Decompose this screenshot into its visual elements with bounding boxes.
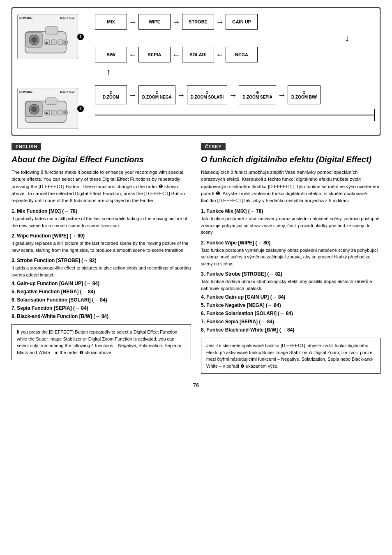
czech-func-1-heading: 1. Funkce Mix [MIX] (→ 78) [201, 208, 380, 214]
english-func-8-heading: 8. Black-and-White Function [B/W] (→ 84) [12, 313, 191, 319]
svg-rect-8 [58, 40, 63, 45]
deffect-label-top: D.EFFECT [60, 16, 76, 20]
arrow-solari-sepia: ← [172, 51, 180, 59]
czech-section-title: O funkcích digitálního efektu (Digital E… [201, 154, 380, 165]
arrow-wipe-strobe: → [172, 18, 180, 26]
svg-rect-7 [51, 40, 56, 45]
flow-box-dzoom: ⊙ D.ZOOM [95, 85, 127, 104]
czech-func-8-heading: 8. Funkce Black-and-White [B/W] (→ 84) [201, 327, 380, 333]
badge-2: 2 [77, 105, 84, 112]
svg-text:▶: ▶ [46, 111, 48, 115]
dzoom-icon-2: ⊙ [155, 90, 159, 94]
camera-bottom: D.MODE D.EFFECT ▶ [17, 88, 78, 129]
big-left-arrow-up: ↑ [95, 67, 111, 77]
arrow-down-gainup: ↓ [331, 34, 363, 43]
flow-box-mix: MIX [95, 14, 127, 30]
dmode-label-top: D.MODE [19, 16, 32, 20]
czech-func-5-heading: 5. Funkce Negative [NEGA] (→ 84) [201, 302, 380, 308]
arrow-dzoom-2: → [177, 91, 185, 99]
bottom-left-corner [374, 109, 375, 121]
svg-point-14 [31, 106, 37, 112]
badge-1: 1 [77, 33, 84, 40]
english-intro: The following 8 functions make it possib… [12, 169, 191, 204]
czech-intro: Následujících 8 funkcí umožňuje zlepšit … [201, 169, 380, 204]
english-func-7-heading: 7. Sepia Function [SEPIA] (→ 84) [12, 305, 191, 311]
english-func-5-heading: 5. Negative Function [NEGA] (→ 84) [12, 289, 191, 295]
two-column-section: ENGLISH About the Digital Effect Functio… [12, 143, 380, 374]
arrow-nega-solari: ← [216, 51, 224, 59]
page: D.MODE D.EFFECT [0, 0, 392, 555]
flow-box-sepia: SEPIA [138, 47, 171, 62]
diagram-box: D.MODE D.EFFECT [12, 7, 380, 136]
czech-column: ČESKY O funkcích digitálního efektu (Dig… [201, 143, 380, 374]
svg-text:▶: ▶ [46, 41, 48, 45]
svg-rect-4 [46, 27, 58, 34]
english-func-2-body: It gradually replaces a still picture of… [12, 240, 191, 253]
czech-func-3-heading: 3. Funkce Strobe [STROBE] (→ 82) [201, 271, 380, 277]
arrow-dzoom-3: → [229, 91, 237, 99]
dmode-label-bottom: D.MODE [19, 90, 32, 94]
flow-box-dzoom-solari: ⊙ D.ZOOM SOLARI [187, 85, 228, 104]
svg-point-21 [64, 111, 67, 114]
english-func-3-body: It adds a stroboscope-like effect to pic… [12, 265, 191, 278]
english-lang-header: ENGLISH [12, 143, 41, 150]
english-column: ENGLISH About the Digital Effect Functio… [12, 143, 191, 374]
czech-func-1-body: Tato funkce postupně ztrácí zastavený ob… [201, 215, 380, 236]
czech-note-box: Jestliže stisknete opakovaně tlačítko [D… [201, 338, 380, 374]
arrow-dzoom-4: → [278, 91, 286, 99]
arrow-dzoom-1: → [129, 91, 137, 99]
dzoom-icon-5: ⊙ [302, 90, 306, 94]
camera-svg-top: ▶ [21, 23, 74, 55]
bottom-loop-line [95, 115, 374, 115]
dzoom-icon-1: ⊙ [109, 90, 113, 94]
camera-column: D.MODE D.EFFECT [17, 14, 81, 129]
camera-svg-bottom: ▶ [21, 97, 74, 125]
english-func-1-body: It gradually fades out a still picture o… [12, 215, 191, 229]
flow-box-strobe: STROBE [182, 14, 214, 30]
svg-rect-15 [46, 98, 57, 104]
flow-box-wipe: WIPE [138, 14, 171, 30]
flow-box-gainup: GAIN UP [226, 14, 258, 30]
english-func-2-heading: 2. Wipe Function [WIPE] (→ 80) [12, 233, 191, 239]
arrow-mix-wipe: → [129, 18, 137, 26]
czech-func-2-body: Tato funkce postupně vyměňuje zastavený … [201, 247, 380, 267]
flow-box-dzoom-sepia: ⊙ D.ZOOM SEPIA [239, 85, 276, 104]
flow-box-nega: NEGA [226, 47, 258, 62]
dzoom-icon-3: ⊙ [205, 90, 209, 94]
deffect-label-bottom: D.EFFECT [60, 90, 76, 94]
english-func-4-heading: 4. Gain-up Function [GAIN UP] (→ 84) [12, 281, 191, 286]
czech-func-7-heading: 7. Funkce Sepia [SEPIA] (→ 84) [201, 319, 380, 325]
english-func-1-heading: 1. Mix Function [MIX] (→ 78) [12, 208, 191, 214]
english-section-title: About the Digital Effect Functions [12, 154, 191, 165]
camera-top: D.MODE D.EFFECT [17, 14, 78, 59]
svg-point-3 [31, 37, 37, 43]
english-func-6-heading: 6. Solarisation Function [SOLARI] (→ 84) [12, 297, 191, 303]
flow-box-bw: B/W [95, 47, 127, 62]
page-number: 76 [12, 382, 380, 388]
czech-func-4-heading: 4. Funkce Gain-up [GAIN UP] (→ 84) [201, 294, 380, 300]
flow-box-dzoom-bw: ⊙ D.ZOOM B/W [288, 85, 321, 104]
czech-func-6-heading: 6. Funkce Solarisation [SOLARI] (→ 84) [201, 311, 380, 316]
svg-point-10 [64, 41, 67, 44]
dzoom-icon-4: ⊙ [256, 90, 259, 94]
arrow-sepia-bw: ← [129, 51, 137, 59]
czech-lang-header: ČESKY [201, 143, 226, 150]
flow-chart: MIX → WIPE → STROBE → GAIN UP ↓ [89, 14, 375, 121]
english-func-3-heading: 3. Strobe Function [STROBE] (→ 82) [12, 258, 191, 263]
czech-func-2-heading: 2. Funkce Wipe [WIPE] (→ 80) [201, 240, 380, 246]
arrow-strobe-gainup: → [216, 18, 224, 26]
english-note-box: If you press the [D.EFFECT] Button repea… [12, 324, 191, 360]
svg-rect-19 [58, 110, 63, 115]
czech-func-3-body: Tato funkce dodává obrazu stroboskopický… [201, 278, 380, 292]
flow-box-dzoom-nega: ⊙ D.ZOOM NEGA [138, 85, 175, 104]
flow-box-solari: SOLARI [182, 47, 214, 62]
svg-rect-18 [51, 110, 56, 115]
